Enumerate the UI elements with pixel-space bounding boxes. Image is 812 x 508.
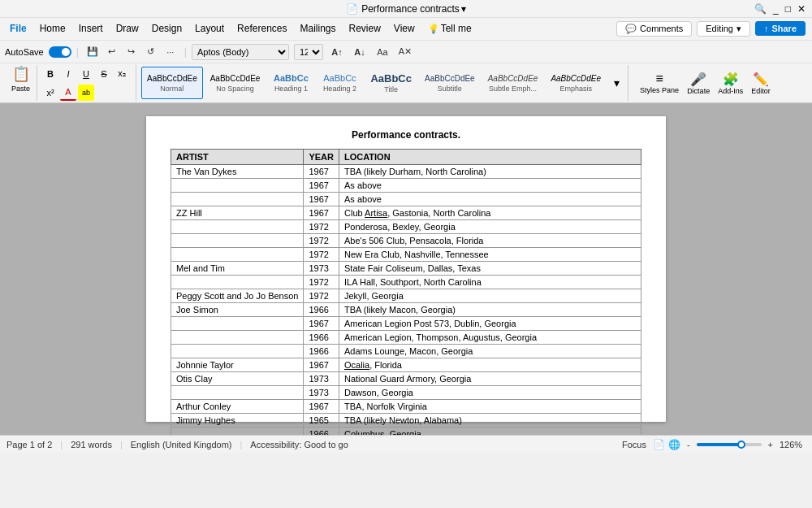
menu-review[interactable]: Review <box>343 20 387 37</box>
share-button[interactable]: ↑ Share <box>755 21 806 36</box>
subscript-button[interactable]: x₂ <box>114 66 130 82</box>
cell-location: National Guard Armory, Georgia <box>339 372 641 386</box>
menu-references[interactable]: References <box>231 20 293 37</box>
add-ins-button[interactable]: 🧩 Add-Ins <box>715 70 746 97</box>
paste-icon[interactable]: 📋 <box>12 65 30 83</box>
cell-location: American Legion Post 573, Dublin, Georgi… <box>339 317 641 331</box>
table-row: Johnnie Taylor1967Ocalia, Florida <box>171 358 641 372</box>
style-more[interactable]: ▾ <box>608 67 624 99</box>
style-gallery: AaBbCcDdEe Normal AaBbCcDdEe No Spacing … <box>138 65 628 101</box>
menu-bar: File Home Insert Draw Design Layout Refe… <box>0 18 482 41</box>
style-heading2[interactable]: AaBbCc Heading 2 <box>316 67 363 99</box>
col-artist: ARTIST <box>171 150 304 165</box>
cell-artist: Mel and Tim <box>171 262 304 276</box>
menu-view[interactable]: View <box>387 20 421 37</box>
zoom-in-button[interactable]: + <box>768 440 773 449</box>
highlight-button[interactable]: ab <box>78 85 94 101</box>
menu-insert[interactable]: Insert <box>72 20 110 37</box>
italic-button[interactable]: I <box>60 66 76 82</box>
zoom-slider[interactable] <box>697 443 762 446</box>
editing-button[interactable]: Editing ▾ <box>697 21 750 37</box>
style-subtitle[interactable]: AaBbCcDdEe Subtitle <box>419 67 481 99</box>
cell-artist <box>171 220 304 234</box>
menu-file[interactable]: File <box>3 20 33 37</box>
superscript-button[interactable]: x² <box>42 85 58 101</box>
cell-year: 1967 <box>304 358 339 372</box>
cell-location: ILA Hall, Southport, North Carolina <box>339 276 641 289</box>
menu-mailings[interactable]: Mailings <box>293 20 342 37</box>
cell-artist <box>171 386 304 400</box>
restore-icon[interactable]: □ <box>785 3 791 15</box>
menu-layout[interactable]: Layout <box>188 20 231 37</box>
cell-location: As above <box>339 179 641 193</box>
document-page: Performance contracts. ARTIST YEAR LOCAT… <box>146 116 666 422</box>
style-normal[interactable]: AaBbCcDdEe Normal <box>141 67 203 99</box>
repeat-button[interactable]: ↺ <box>142 43 160 61</box>
table-row: 1973Dawson, Georgia <box>171 386 641 400</box>
style-title[interactable]: AaBbCc Title <box>365 67 417 99</box>
cell-location: Club Artisa, Gastonia, North Carolina <box>339 206 641 220</box>
comments-button[interactable]: 💬 Comments <box>616 21 692 37</box>
font-size-select[interactable]: 12 <box>294 44 323 60</box>
menu-draw[interactable]: Draw <box>110 20 145 37</box>
menu-design[interactable]: Design <box>145 20 188 37</box>
underline-button[interactable]: U <box>78 66 94 82</box>
style-emphasis[interactable]: AaBbCcDdEe Emphasis <box>545 67 607 99</box>
format-group: B I U S x₂ x² A ab <box>39 65 136 101</box>
table-row: 1972ILA Hall, Southport, North Carolina <box>171 276 641 289</box>
more-options-button[interactable]: ··· <box>162 43 179 61</box>
table-row: Arthur Conley1967TBA, Norfolk Virginia <box>171 400 641 414</box>
undo-button[interactable]: ↩ <box>103 43 121 61</box>
table-row: Otis Clay1973National Guard Armory, Geor… <box>171 372 641 386</box>
cell-year: 1972 <box>304 220 339 234</box>
web-view-icon[interactable]: 🌐 <box>668 439 680 450</box>
style-no-spacing[interactable]: AaBbCcDdEe No Spacing <box>205 67 266 99</box>
title-dropdown-icon[interactable]: ▾ <box>461 3 466 15</box>
font-color-button[interactable]: A <box>60 85 76 101</box>
collab-bar: 💬 Comments Editing ▾ ↑ Share <box>610 18 812 41</box>
close-icon[interactable]: ✕ <box>797 3 806 15</box>
search-icon[interactable]: 🔍 <box>754 3 767 15</box>
table-row: 1966Columbus, Georgia <box>171 428 641 436</box>
change-case-button[interactable]: Aa <box>374 43 391 61</box>
title-bar: 📄 Performance contracts ▾ 🔍 _ □ ✕ <box>0 0 812 18</box>
save-button[interactable]: 💾 <box>84 43 102 61</box>
content-area: Performance contracts. ARTIST YEAR LOCAT… <box>0 103 812 435</box>
cell-location: American Legion, Thompson, Augustus, Geo… <box>339 331 641 345</box>
view-modes: 📄 🌐 <box>653 439 680 450</box>
focus-button[interactable]: Focus <box>622 440 646 449</box>
cell-year: 1965 <box>304 414 339 428</box>
style-heading1[interactable]: AaBbCc Heading 1 <box>267 67 314 99</box>
print-view-icon[interactable]: 📄 <box>653 439 665 450</box>
doc-title: Performance contracts <box>361 3 460 15</box>
table-row: Joe Simon1966TBA (likely Macon, Georgia) <box>171 303 641 317</box>
table-row: 1972Ponderosa, Bexley, Georgia <box>171 220 641 234</box>
table-row: ZZ Hill1967Club Artisa, Gastonia, North … <box>171 206 641 220</box>
strikethrough-button[interactable]: S <box>96 66 112 82</box>
document-title: Performance contracts. <box>171 129 641 141</box>
table-row: The Van Dykes1967TBA (likely Durham, Nor… <box>171 165 641 179</box>
dictate-button[interactable]: 🎤 Dictate <box>684 70 713 97</box>
style-subtle-emphasis[interactable]: AaBbCcDdEe Subtle Emph... <box>482 67 544 99</box>
font-grow-button[interactable]: A↑ <box>328 43 346 61</box>
cell-year: 1972 <box>304 289 339 303</box>
clear-format-button[interactable]: A✕ <box>396 43 414 61</box>
editor-button[interactable]: ✏️ Editor <box>748 70 774 97</box>
redo-button[interactable]: ↪ <box>123 43 140 61</box>
cell-artist <box>171 331 304 345</box>
cell-location: Ponderosa, Bexley, Georgia <box>339 220 641 234</box>
font-shrink-button[interactable]: A↓ <box>351 43 369 61</box>
minimize-icon[interactable]: _ <box>773 3 779 15</box>
styles-pane-button[interactable]: ≡ Styles Pane <box>637 70 682 96</box>
cell-artist: Arthur Conley <box>171 400 304 414</box>
cell-artist <box>171 276 304 289</box>
menu-tell-me[interactable]: 💡 Tell me <box>421 20 478 37</box>
cell-artist: Joe Simon <box>171 303 304 317</box>
autosave-toggle[interactable] <box>49 46 71 58</box>
font-name-select[interactable]: Aptos (Body) <box>192 44 289 60</box>
autosave-area: AutoSave <box>5 46 71 58</box>
zoom-percent[interactable]: 126% <box>780 440 806 449</box>
zoom-out-button[interactable]: - <box>687 440 690 449</box>
menu-home[interactable]: Home <box>33 20 72 37</box>
bold-button[interactable]: B <box>42 66 58 82</box>
